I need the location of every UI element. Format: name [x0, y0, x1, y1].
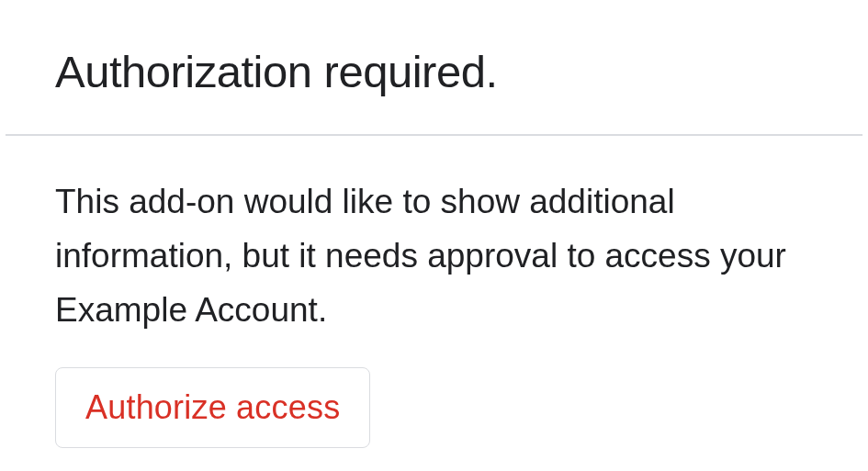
dialog-title: Authorization required.	[55, 46, 813, 97]
dialog-content: This add-on would like to show additiona…	[0, 136, 868, 448]
dialog-header: Authorization required.	[0, 0, 868, 134]
description-text: This add-on would like to show additiona…	[55, 174, 808, 338]
authorize-access-button[interactable]: Authorize access	[55, 367, 370, 448]
